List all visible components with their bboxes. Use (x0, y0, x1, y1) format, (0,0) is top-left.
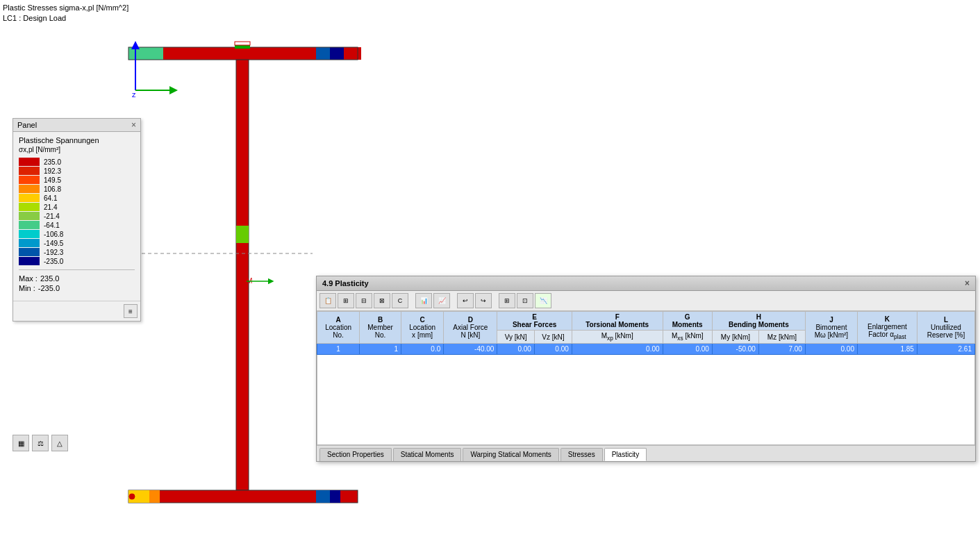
toolbar-collapse-button[interactable]: ⊟ (356, 293, 372, 308)
col-subheader-Mxp: Mxp [kNm] (572, 331, 663, 344)
grid-button[interactable]: ▦ (13, 435, 29, 451)
col-subheader-Mz: Mz [kNm] (758, 331, 805, 344)
svg-text:M: M (247, 277, 252, 285)
toolbar-redo-button[interactable]: ↪ (475, 293, 492, 308)
panel-stress-subtitle: σx,pl [N/mm²] (19, 146, 135, 153)
top-label: Plastic Stresses sigma-x,pl [N/mm^2] LC1… (3, 3, 128, 24)
tab-section-properties[interactable]: Section Properties (319, 448, 392, 461)
panel-bottom-toolbar: ≡ (13, 301, 140, 321)
toolbar-chart-button[interactable]: 📊 (415, 293, 432, 308)
table-container: ALocationNo. BMemberNo. CLocationx [mm] … (317, 311, 975, 445)
triangle-button[interactable]: △ (51, 435, 68, 451)
col-header-F: FTorsional Moments (572, 312, 663, 331)
beam-top-green1 (128, 47, 156, 60)
panel-header: Panel × (13, 119, 140, 132)
svg-text:z: z (132, 90, 136, 99)
bottom-toolbar: ▦ ⚖ △ (13, 435, 68, 451)
col-header-J: JBimomentMω [kNm²] (805, 312, 857, 344)
col-header-L: LUnutilizedReserve [%] (917, 312, 974, 344)
cell-d: -40.00 (444, 344, 497, 355)
svg-rect-3 (149, 490, 160, 503)
beam-top-blue1 (316, 47, 330, 60)
legend-item: -192.3 (19, 248, 135, 256)
cell-c: 0.0 (401, 344, 444, 355)
legend-item: -64.1 (19, 221, 135, 229)
panel-title: Panel (17, 121, 37, 129)
col-header-K: KEnlargementFactor αplast (857, 312, 917, 344)
legend-item: 106.8 (19, 185, 135, 193)
tab-statical-moments[interactable]: Statical Moments (393, 448, 462, 461)
panel-stats: Max : 235.0 Min : -235.0 (19, 269, 135, 292)
toolbar-copy-button[interactable]: 📋 (319, 293, 336, 308)
window-close-button[interactable]: × (965, 278, 970, 288)
legend-item: -21.4 (19, 212, 135, 220)
panel-settings-button[interactable]: ≡ (124, 304, 138, 318)
beam-top-green2 (156, 47, 163, 60)
lc-label: LC1 : Design Load (3, 13, 128, 24)
legend-item: 235.0 (19, 158, 135, 166)
plasticity-window: 4.9 Plasticity × 📋 ⊞ ⊟ ⊠ C 📊 📈 ↩ ↪ ⊞ ⊡ 📉… (316, 276, 976, 462)
svg-rect-0 (128, 47, 358, 60)
toolbar-chart2-button[interactable]: 📈 (433, 293, 450, 308)
col-header-D: DAxial ForceN [kN] (444, 312, 497, 344)
col-header-E: EShear Forces (497, 312, 572, 331)
col-subheader-Mxs: Mxs [kNm] (663, 331, 712, 344)
toolbar-grid-button[interactable]: ⊠ (374, 293, 390, 308)
legend-item: 64.1 (19, 194, 135, 202)
min-row: Min : -235.0 (19, 284, 135, 292)
col-header-B: BMemberNo. (360, 312, 401, 344)
column-red (236, 60, 249, 490)
legend-item: -235.0 (19, 257, 135, 265)
legend-item: -106.8 (19, 230, 135, 238)
cell-b: 1 (360, 344, 401, 355)
cell-f_mxp: 0.00 (572, 344, 663, 355)
balance-button[interactable]: ⚖ (32, 435, 49, 451)
col-header-C: CLocationx [mm] (401, 312, 444, 344)
cell-l: 2.61 (917, 344, 974, 355)
toolbar-c-button[interactable]: C (392, 293, 408, 308)
legend-item: 21.4 (19, 203, 135, 211)
window-tabs: Section PropertiesStatical MomentsWarpin… (317, 445, 975, 461)
stress-label: Plastic Stresses sigma-x,pl [N/mm^2] (3, 3, 128, 13)
cell-i_mz: 7.00 (758, 344, 805, 355)
svg-point-8 (351, 494, 357, 499)
toolbar-print-button[interactable]: ⊡ (517, 293, 533, 308)
max-row: Max : 235.0 (19, 274, 135, 283)
tab-plasticity[interactable]: Plasticity (604, 448, 647, 461)
cell-g_mxs: 0.00 (663, 344, 712, 355)
legend-item: 149.5 (19, 176, 135, 184)
toolbar-export-button[interactable]: 📉 (535, 293, 551, 308)
toolbar-view-button[interactable]: ⊞ (499, 293, 515, 308)
svg-rect-2 (128, 490, 149, 503)
cell-e_vz: 0.00 (534, 344, 572, 355)
cell-k: 1.85 (857, 344, 917, 355)
col-header-H: HBending Moments (712, 312, 805, 331)
col-subheader-Vz: Vz [kN] (534, 331, 572, 344)
toolbar-undo-button[interactable]: ↩ (457, 293, 474, 308)
panel-stress-title: Plastische Spannungen (19, 136, 135, 144)
tab-warping-statical-moments[interactable]: Warping Statical Moments (463, 448, 558, 461)
legend-item: -149.5 (19, 239, 135, 247)
col-subheader-Vy: Vy [kN] (497, 331, 534, 344)
col-header-A: ALocationNo. (317, 312, 360, 344)
svg-rect-14 (235, 45, 250, 49)
legend-container: 235.0192.3149.5106.864.121.4-21.4-64.1-1… (19, 158, 135, 265)
toolbar-expand-button[interactable]: ⊞ (338, 293, 354, 308)
cell-a: 1 (317, 344, 360, 355)
svg-rect-15 (235, 42, 250, 45)
panel-close-button[interactable]: × (131, 120, 136, 130)
legend-item: 192.3 (19, 167, 135, 175)
window-toolbar: 📋 ⊞ ⊟ ⊠ C 📊 📈 ↩ ↪ ⊞ ⊡ 📉 (317, 291, 975, 311)
svg-rect-1 (236, 226, 249, 243)
panel-content: Plastische Spannungen σx,pl [N/mm²] 235.… (13, 132, 140, 301)
col-header-G: GMoments (663, 312, 712, 331)
beam-top-red (128, 47, 361, 60)
cell-h_my: -50.00 (712, 344, 758, 355)
tab-stresses[interactable]: Stresses (560, 448, 603, 461)
beam-bottom (128, 490, 358, 503)
window-titlebar: 4.9 Plasticity × (317, 276, 975, 291)
col-subheader-My: My [kNm] (712, 331, 758, 344)
svg-rect-5 (330, 490, 340, 503)
table-row[interactable]: 110.0-40.000.000.000.000.00-50.007.000.0… (317, 344, 975, 355)
cell-j: 0.00 (805, 344, 857, 355)
